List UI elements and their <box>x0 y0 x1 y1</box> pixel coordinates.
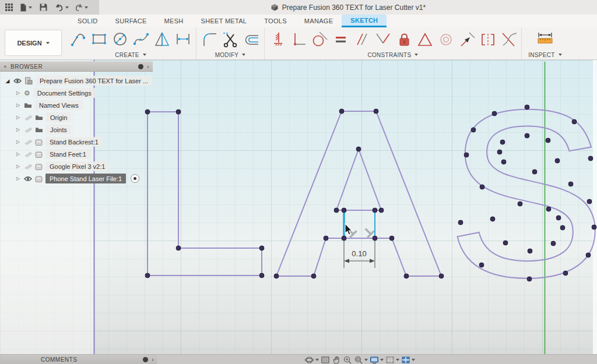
letter-A-inner-left[interactable] <box>336 149 359 210</box>
sketch-point[interactable] <box>471 128 476 132</box>
sketch-point[interactable] <box>259 273 264 278</box>
zoom-icon[interactable] <box>343 355 352 364</box>
sketch-point[interactable] <box>560 225 565 230</box>
tab-manage[interactable]: MANAGE <box>296 15 342 27</box>
sketch-point[interactable] <box>546 138 550 143</box>
sketch-point[interactable] <box>490 217 495 221</box>
activate-component-radio[interactable] <box>131 174 139 183</box>
browser-row-origin[interactable]: ▷ Origin <box>0 111 153 123</box>
panel-chevron-icon[interactable]: › <box>152 356 154 363</box>
sketch-point[interactable] <box>324 236 328 241</box>
sketch-point[interactable] <box>373 208 377 213</box>
display-settings-icon[interactable] <box>370 355 384 364</box>
sketch-point[interactable] <box>588 156 593 161</box>
browser-row-stand-feet[interactable]: ▷ Stand Feet:1 <box>0 148 153 160</box>
sketch-point[interactable] <box>555 158 560 163</box>
sketch-point[interactable] <box>503 241 508 245</box>
perpendicular-constraint-glyph[interactable] <box>362 225 374 238</box>
panel-chevron-icon[interactable]: › <box>147 63 149 70</box>
lock-icon[interactable] <box>393 29 414 50</box>
browser-row-named-views[interactable]: ▷ Named Views <box>0 99 153 111</box>
sketch-letter-s[interactable]: S <box>447 60 597 327</box>
parallel-icon[interactable] <box>351 29 372 50</box>
sketch-point[interactable] <box>334 208 339 213</box>
sketch-point[interactable] <box>525 133 529 138</box>
document-tab[interactable]: Prepare Fusion 360 TEXT for Laser Cutter… <box>99 0 597 15</box>
visibility-hidden-eye-icon[interactable] <box>24 115 32 121</box>
browser-row-joints[interactable]: ▷ Joints <box>0 123 153 136</box>
tab-solid[interactable]: SOLID <box>69 15 107 27</box>
sketch-point[interactable] <box>439 274 444 278</box>
sketch-point[interactable] <box>480 185 484 189</box>
app-grid-icon[interactable] <box>5 0 13 15</box>
line-icon[interactable] <box>68 29 89 50</box>
browser-row-phone-stand-laser-file[interactable]: ▷ Phone Stand Laser File:1 <box>0 172 153 185</box>
sketch-point[interactable] <box>546 207 551 211</box>
sketch-point[interactable] <box>527 277 532 281</box>
circle-icon[interactable] <box>110 29 131 50</box>
fix-icon[interactable] <box>267 29 288 50</box>
visibility-hidden-eye-icon[interactable] <box>24 164 32 169</box>
grid-settings-icon[interactable] <box>385 355 399 364</box>
sketch-point[interactable] <box>500 140 505 144</box>
panel-dot-icon[interactable] <box>138 64 143 69</box>
sketch-point[interactable] <box>342 208 346 213</box>
trim-icon[interactable] <box>220 29 241 50</box>
visibility-hidden-eye-icon[interactable] <box>24 139 32 145</box>
expand-arrow-icon[interactable]: ▷ <box>15 90 21 96</box>
sketch-point[interactable] <box>586 253 591 257</box>
offset-icon[interactable] <box>241 29 262 50</box>
sketch-point[interactable] <box>404 274 409 278</box>
expand-arrow-icon[interactable]: ▷ <box>15 151 21 157</box>
sketch-point[interactable] <box>389 236 394 241</box>
visibility-eye-icon[interactable] <box>24 176 32 182</box>
expand-arrow-icon[interactable]: ▷ <box>15 115 21 120</box>
viewports-icon[interactable] <box>401 355 415 364</box>
sketch-point[interactable] <box>592 225 596 229</box>
mirror-icon[interactable] <box>152 29 173 50</box>
letter-L[interactable] <box>148 112 262 275</box>
sketch-point[interactable] <box>373 236 377 241</box>
tangent-icon[interactable] <box>309 29 330 50</box>
visibility-hidden-eye-icon[interactable] <box>24 151 32 157</box>
sketch-point[interactable] <box>525 105 529 109</box>
sketch-point[interactable] <box>176 109 181 114</box>
create-dropdown[interactable]: CREATE <box>68 51 194 59</box>
sketch-point[interactable] <box>563 271 568 275</box>
expand-arrow-icon[interactable]: ▷ <box>15 139 21 144</box>
horizontal-vertical-icon[interactable] <box>288 29 309 50</box>
rectangle-icon[interactable] <box>89 29 110 50</box>
sketch-point[interactable] <box>518 202 522 206</box>
panel-dot-icon[interactable] <box>143 357 148 362</box>
tab-sheet-metal[interactable]: SHEET METAL <box>192 15 256 27</box>
look-at-icon[interactable] <box>321 355 330 364</box>
sketch-point[interactable] <box>528 249 532 253</box>
save-button[interactable] <box>39 0 48 15</box>
sketch-point[interactable] <box>479 263 484 267</box>
pan-icon[interactable] <box>332 355 341 364</box>
constraints-dropdown[interactable]: CONSTRAINTS <box>267 51 519 59</box>
sketch-point[interactable] <box>492 111 497 116</box>
sketch-point[interactable] <box>532 169 537 174</box>
design-workspace-button[interactable]: DESIGN <box>5 30 62 56</box>
dimension-value[interactable]: 0.10 <box>352 249 366 258</box>
tab-mesh[interactable]: MESH <box>156 15 192 27</box>
expand-arrow-icon[interactable]: ▷ <box>15 176 21 181</box>
spline-icon[interactable] <box>131 29 152 50</box>
expand-arrow-icon[interactable]: ▷ <box>15 164 21 169</box>
equal-icon[interactable] <box>330 29 351 50</box>
expand-arrow-icon[interactable]: ▷ <box>15 127 21 132</box>
collapse-panel-icon[interactable]: « <box>3 63 7 69</box>
measure-icon[interactable] <box>535 29 556 50</box>
sketch-point[interactable] <box>568 182 573 186</box>
sketch-point[interactable] <box>551 241 556 246</box>
sketch-point[interactable] <box>259 246 264 250</box>
browser-row-stand-backrest[interactable]: ▷ Stand Backrest:1 <box>0 136 153 148</box>
concentric-icon[interactable] <box>435 29 456 50</box>
inspect-dropdown[interactable]: INSPECT <box>524 51 566 59</box>
sketch-point[interactable] <box>342 236 346 241</box>
sketch-point[interactable] <box>556 215 561 220</box>
comments-panel-header[interactable]: COMMENTS › <box>0 355 157 364</box>
sketch-point[interactable] <box>501 160 506 164</box>
sketch-point[interactable] <box>458 220 463 225</box>
